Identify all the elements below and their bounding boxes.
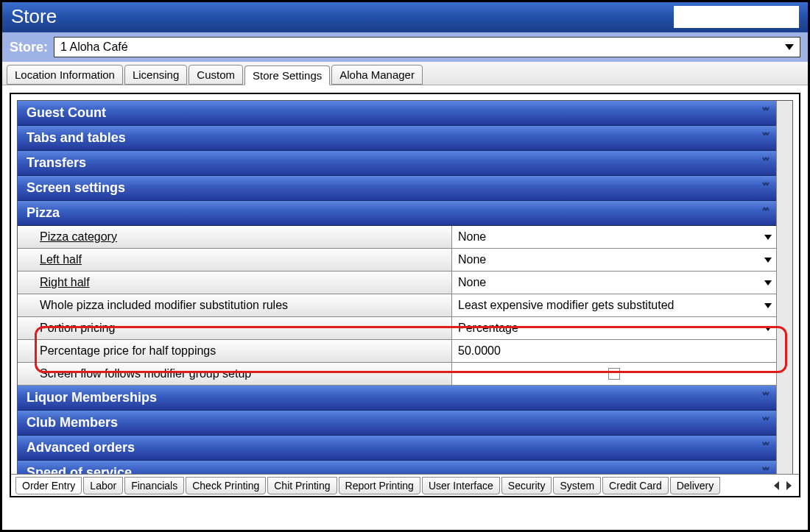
tab-label: Report Printing — [345, 480, 414, 492]
screen-flow-checkbox-cell — [452, 363, 776, 385]
bottom-tabs: Order Entry Labor Financials Check Print… — [11, 474, 799, 496]
right-half-dropdown[interactable]: None — [452, 272, 776, 294]
expand-icon: ˅˅ — [761, 181, 767, 195]
prop-label: Left half — [18, 249, 452, 271]
prop-row-whole-pizza-substitution: Whole pizza included modifier substituti… — [18, 294, 776, 317]
chevron-down-icon — [764, 258, 772, 263]
section-screen-settings[interactable]: Screen settings ˅˅ — [18, 176, 776, 201]
tab-location-information[interactable]: Location Information — [7, 65, 123, 85]
chevron-down-icon — [764, 235, 772, 240]
tab-delivery[interactable]: Delivery — [670, 477, 721, 494]
tab-label: Custom — [197, 68, 235, 81]
tab-label: User Interface — [429, 480, 493, 492]
tab-store-settings[interactable]: Store Settings — [244, 65, 330, 85]
expand-icon: ˅˅ — [761, 156, 767, 170]
chevron-down-icon — [785, 44, 794, 50]
prop-value-text: 50.0000 — [458, 344, 501, 358]
prop-row-right-half: Right half None — [18, 272, 776, 294]
expand-icon: ˅˅ — [761, 106, 767, 120]
tab-credit-card[interactable]: Credit Card — [602, 477, 669, 494]
settings-sections: Guest Count ˅˅ Tabs and tables ˅˅ Transf… — [18, 101, 776, 489]
chevron-down-icon — [764, 280, 772, 285]
prop-label: Pizza category — [18, 226, 452, 248]
section-title: Guest Count — [27, 105, 106, 121]
section-liquor-memberships[interactable]: Liquor Memberships ˅˅ — [18, 386, 776, 411]
prop-label-text: Percentage price for half toppings — [40, 344, 216, 358]
pizza-category-dropdown[interactable]: None — [452, 226, 776, 248]
prop-value-text: None — [458, 253, 486, 266]
tab-financials[interactable]: Financials — [124, 477, 184, 494]
prop-label-text: Right half — [40, 276, 90, 289]
content-frame: Guest Count ˅˅ Tabs and tables ˅˅ Transf… — [10, 93, 800, 497]
prop-label-text: Left half — [40, 253, 82, 266]
tab-label: Aloha Manager — [339, 68, 415, 81]
tab-user-interface[interactable]: User Interface — [422, 477, 500, 494]
prop-row-percentage-price: Percentage price for half toppings 50.00… — [18, 340, 776, 363]
section-transfers[interactable]: Transfers ˅˅ — [18, 151, 776, 176]
tab-label: Credit Card — [609, 480, 662, 492]
prop-label: Portion pricing — [18, 317, 452, 339]
prop-row-screen-flow: Screen flow follows modifier group setup — [18, 363, 776, 386]
tab-label: Order Entry — [22, 480, 75, 492]
tab-check-printing[interactable]: Check Printing — [186, 477, 266, 494]
section-title: Pizza — [27, 205, 60, 221]
page-title: Store — [11, 5, 57, 28]
tab-label: Location Information — [15, 68, 115, 81]
store-selector-row: Store: 1 Aloha Café — [2, 32, 808, 62]
tab-security[interactable]: Security — [501, 477, 552, 494]
tab-label: System — [560, 480, 594, 492]
store-selected-value: 1 Aloha Café — [60, 40, 128, 54]
expand-icon: ˅˅ — [761, 441, 767, 455]
prop-row-left-half: Left half None — [18, 249, 776, 272]
percentage-price-input[interactable]: 50.0000 — [452, 340, 776, 362]
section-title: Advanced orders — [27, 440, 135, 455]
tab-licensing[interactable]: Licensing — [124, 65, 187, 85]
prop-label: Screen flow follows modifier group setup — [18, 363, 452, 385]
prop-row-pizza-category: Pizza category None — [18, 226, 776, 249]
prop-label: Whole pizza included modifier substituti… — [18, 294, 452, 316]
tab-label: Store Settings — [253, 69, 322, 82]
title-bar: Store — [2, 2, 808, 32]
title-bar-blank — [674, 6, 799, 28]
tab-chit-printing[interactable]: Chit Printing — [267, 477, 337, 494]
prop-label-text: Portion pricing — [40, 322, 115, 335]
chevron-down-icon — [764, 326, 772, 331]
tab-aloha-manager[interactable]: Aloha Manager — [331, 65, 423, 85]
prop-label-text: Screen flow follows modifier group setup — [40, 367, 251, 380]
section-pizza[interactable]: Pizza ˄˄ — [18, 201, 776, 226]
section-title: Club Members — [27, 415, 118, 430]
tab-label: Check Printing — [192, 480, 259, 492]
prop-label-text: Whole pizza included modifier substituti… — [40, 299, 288, 312]
whole-pizza-substitution-dropdown[interactable]: Least expensive modifier gets substitute… — [452, 294, 776, 316]
screen-flow-checkbox[interactable] — [608, 368, 620, 380]
expand-icon: ˅˅ — [761, 416, 767, 430]
tab-label: Labor — [90, 480, 116, 492]
tab-label: Security — [508, 480, 546, 492]
prop-label: Percentage price for half toppings — [18, 340, 452, 362]
section-tabs-and-tables[interactable]: Tabs and tables ˅˅ — [18, 126, 776, 151]
collapse-icon: ˄˄ — [761, 206, 767, 220]
tab-report-printing[interactable]: Report Printing — [339, 477, 420, 494]
chevron-down-icon — [764, 303, 772, 308]
section-title: Liquor Memberships — [27, 390, 157, 405]
scroll-right-icon[interactable] — [786, 481, 792, 490]
tab-system[interactable]: System — [553, 477, 601, 494]
section-advanced-orders[interactable]: Advanced orders ˅˅ — [18, 436, 776, 461]
section-club-members[interactable]: Club Members ˅˅ — [18, 411, 776, 436]
tab-labor[interactable]: Labor — [83, 477, 123, 494]
store-dropdown[interactable]: 1 Aloha Café — [54, 37, 800, 57]
left-half-dropdown[interactable]: None — [452, 249, 776, 271]
section-title: Transfers — [27, 155, 86, 171]
top-tabs: Location Information Licensing Custom St… — [2, 62, 808, 85]
section-guest-count[interactable]: Guest Count ˅˅ — [18, 101, 776, 126]
section-title: Tabs and tables — [27, 130, 126, 146]
settings-panel: Guest Count ˅˅ Tabs and tables ˅˅ Transf… — [17, 100, 793, 490]
tab-custom[interactable]: Custom — [189, 65, 243, 85]
portion-pricing-dropdown[interactable]: Percentage — [452, 317, 776, 339]
tab-label: Licensing — [133, 68, 179, 81]
scroll-left-icon[interactable] — [774, 481, 779, 490]
scrollbar[interactable] — [776, 101, 792, 489]
tab-order-entry[interactable]: Order Entry — [15, 477, 82, 494]
prop-value-text: Least expensive modifier gets substitute… — [458, 299, 675, 312]
prop-value-text: None — [458, 230, 486, 244]
